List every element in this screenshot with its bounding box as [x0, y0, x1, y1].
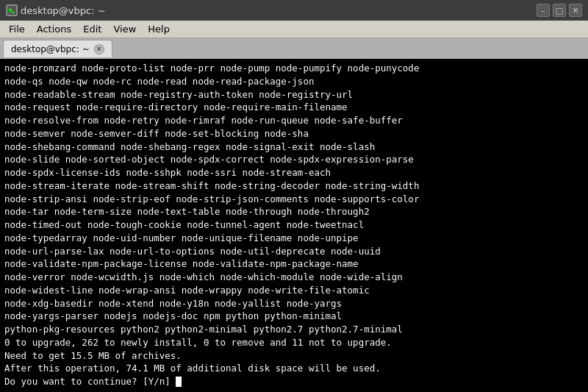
window-title: desktop@vbpc: ~ [21, 5, 106, 16]
title-bar-left: desktop@vbpc: ~ [6, 4, 106, 16]
window-controls: – □ ✕ [537, 4, 582, 17]
menu-help[interactable]: Help [142, 22, 176, 36]
tab-label: desktop@vbpc: ~ [11, 44, 90, 54]
menu-bar: File Actions Edit View Help [0, 21, 588, 38]
terminal-icon [6, 4, 18, 16]
tab-bar: desktop@vbpc: ~ ✕ [0, 38, 588, 59]
minimize-button[interactable]: – [537, 4, 550, 17]
menu-file[interactable]: File [3, 22, 31, 36]
menu-view[interactable]: View [107, 22, 142, 36]
menu-edit[interactable]: Edit [77, 22, 107, 36]
title-bar: desktop@vbpc: ~ – □ ✕ [0, 0, 588, 21]
terminal-cursor [176, 377, 182, 387]
close-button[interactable]: ✕ [569, 4, 582, 17]
maximize-button[interactable]: □ [553, 4, 566, 17]
terminal-output[interactable]: node-promzard node-proto-list node-prr n… [0, 59, 588, 392]
tab-close-button[interactable]: ✕ [94, 44, 104, 54]
menu-actions[interactable]: Actions [31, 22, 78, 36]
terminal-tab[interactable]: desktop@vbpc: ~ ✕ [3, 40, 112, 57]
